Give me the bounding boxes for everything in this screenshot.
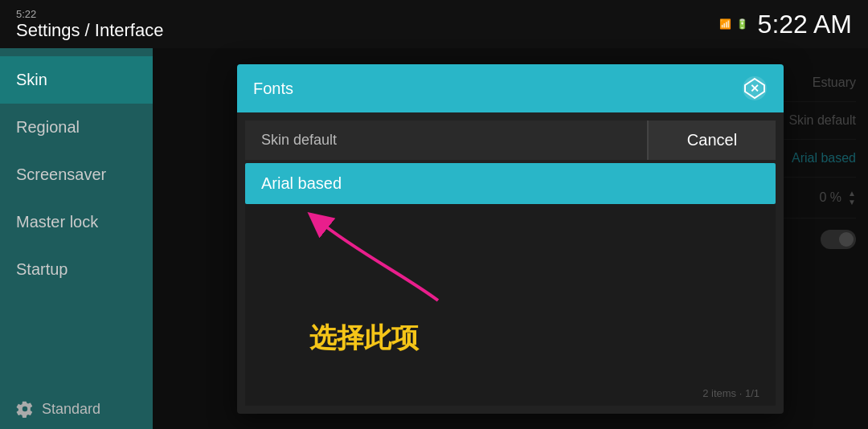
dialog-option-row: Skin default Cancel: [237, 112, 784, 160]
arial-based-option[interactable]: Arial based: [245, 163, 776, 204]
page-title: Settings / Interface: [16, 20, 163, 41]
sidebar-item-skin[interactable]: Skin: [0, 56, 153, 104]
clock: 5:22 AM: [758, 10, 852, 39]
modal-overlay: Fonts ✕ Skin default: [153, 48, 868, 429]
sidebar-label-startup: Startup: [16, 260, 68, 278]
dialog-empty-area: 选择此项: [245, 204, 776, 381]
skin-default-option[interactable]: Skin default: [245, 121, 647, 160]
status-icons: 📶 🔋: [719, 18, 748, 30]
small-time: 5:22: [16, 8, 163, 20]
sidebar-label-skin: Skin: [16, 71, 47, 88]
sidebar-bottom[interactable]: Standard: [0, 389, 153, 429]
sidebar-label-regional: Regional: [16, 118, 80, 136]
sidebar: Skin Regional Screensaver Master lock St…: [0, 48, 153, 429]
dialog-header: Fonts ✕: [237, 64, 784, 112]
cancel-button[interactable]: Cancel: [647, 121, 776, 160]
sidebar-item-masterlock[interactable]: Master lock: [0, 198, 153, 246]
fonts-dialog: Fonts ✕ Skin default: [237, 64, 784, 414]
gear-icon: [16, 400, 34, 418]
annotation-text: 选择此项: [309, 320, 419, 357]
content-area: Estuary Skin default Arial based 0 % ▲ ▼: [153, 48, 868, 429]
wifi-icon: 📶: [719, 18, 731, 30]
main-layout: Skin Regional Screensaver Master lock St…: [0, 48, 868, 429]
sidebar-item-regional[interactable]: Regional: [0, 104, 153, 151]
sidebar-item-startup[interactable]: Startup: [0, 246, 153, 293]
battery-icon: 🔋: [736, 18, 748, 30]
kodi-logo-icon: ✕: [742, 76, 768, 101]
top-bar-left: 5:22 Settings / Interface: [16, 8, 163, 41]
dialog-title: Fonts: [253, 80, 293, 98]
top-bar-right: 📶 🔋 5:22 AM: [719, 10, 852, 39]
sidebar-item-screensaver[interactable]: Screensaver: [0, 151, 153, 198]
svg-text:✕: ✕: [750, 82, 760, 95]
sidebar-bottom-label: Standard: [42, 401, 100, 418]
dialog-footer: 2 items · 1/1: [245, 381, 776, 406]
dialog-body: Skin default Cancel Arial based: [237, 112, 784, 414]
arrow-annotation: [293, 212, 502, 317]
top-bar: 5:22 Settings / Interface 📶 🔋 5:22 AM: [0, 0, 868, 48]
sidebar-label-screensaver: Screensaver: [16, 165, 106, 183]
sidebar-label-masterlock: Master lock: [16, 213, 98, 231]
